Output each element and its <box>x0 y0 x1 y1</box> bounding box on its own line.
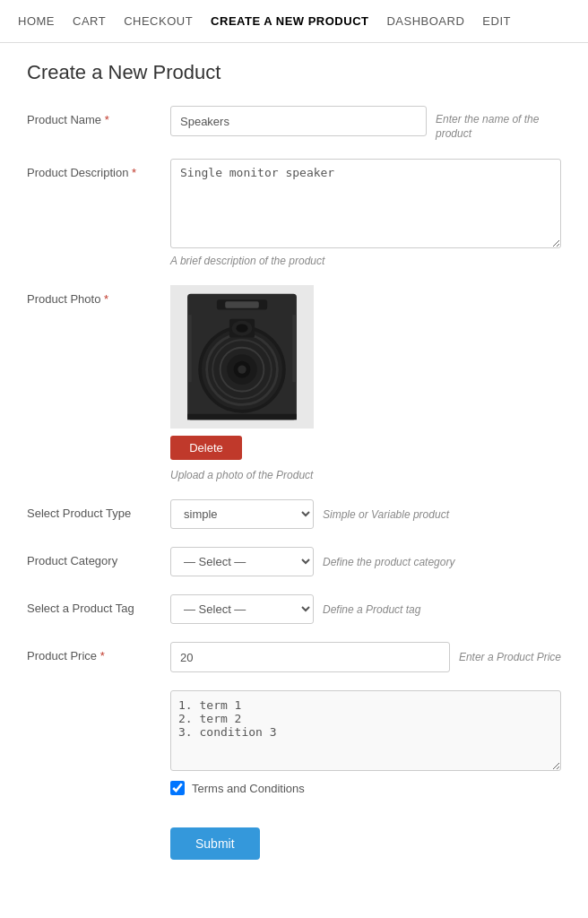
product-tag-select[interactable]: — Select — <box>170 594 314 624</box>
product-tag-field: — Select — Define a Product tag <box>170 594 561 624</box>
product-description-label: Product Description * <box>27 159 170 179</box>
nav-checkout[interactable]: CHECKOUT <box>124 2 193 40</box>
product-name-field: Enter the name of the product <box>170 106 561 141</box>
product-photo-hint: Upload a photo of the Product <box>170 469 561 481</box>
svg-rect-15 <box>187 315 192 382</box>
required-star-price: * <box>100 649 105 663</box>
product-name-label: Product Name * <box>27 106 170 126</box>
page-title: Create a New Product <box>27 61 561 84</box>
product-category-select[interactable]: — Select — <box>170 547 314 576</box>
product-price-field: Enter a Product Price <box>170 642 561 672</box>
svg-point-13 <box>236 325 247 333</box>
product-photo-label: Product Photo * <box>27 285 170 306</box>
terms-row: 1. term 1 2. term 2 3. condition 3 Terms… <box>27 690 561 795</box>
terms-check-row: Terms and Conditions <box>170 781 561 795</box>
product-category-label: Product Category <box>27 547 170 567</box>
product-description-input[interactable]: Single monitor speaker <box>170 159 561 248</box>
terms-checkbox-label[interactable]: Terms and Conditions <box>192 782 305 795</box>
product-price-row: Product Price * Enter a Product Price <box>27 642 561 672</box>
nav-dashboard[interactable]: DASHBOARD <box>386 2 464 40</box>
product-name-row: Product Name * Enter the name of the pro… <box>27 106 561 141</box>
product-photo-field: Delete Upload a photo of the Product <box>170 285 561 481</box>
product-price-hint: Enter a Product Price <box>459 651 561 663</box>
product-category-field: — Select — Define the product category <box>170 547 561 576</box>
product-tag-hint: Define a Product tag <box>323 603 420 616</box>
nav-create-product[interactable]: CREATE A NEW PRODUCT <box>211 2 368 40</box>
svg-rect-2 <box>225 301 259 308</box>
product-name-input[interactable] <box>170 106 427 136</box>
svg-point-10 <box>238 366 246 374</box>
terms-spacer <box>27 690 170 697</box>
product-price-label: Product Price * <box>27 642 170 663</box>
product-type-select[interactable]: simple variable <box>170 499 314 529</box>
product-tag-row: Select a Product Tag — Select — Define a… <box>27 594 561 624</box>
product-type-row: Select Product Type simple variable Simp… <box>27 499 561 529</box>
submit-field: Submit <box>170 813 561 860</box>
product-type-hint: Simple or Variable product <box>323 508 449 521</box>
product-price-input[interactable] <box>170 642 450 672</box>
submit-row: Submit <box>27 813 561 860</box>
photo-container: Delete Upload a photo of the Product <box>170 285 561 481</box>
product-description-hint: A brief description of the product <box>170 255 561 267</box>
product-type-label: Select Product Type <box>27 499 170 520</box>
product-category-row: Product Category — Select — Define the p… <box>27 547 561 576</box>
product-description-field: Single monitor speaker A brief descripti… <box>170 159 561 267</box>
page-content: Create a New Product Product Name * Ente… <box>0 43 588 914</box>
speaker-svg <box>179 290 305 424</box>
product-description-row: Product Description * Single monitor spe… <box>27 159 561 267</box>
required-star: * <box>105 113 109 126</box>
submit-spacer <box>27 813 170 820</box>
required-star-desc: * <box>132 166 136 179</box>
product-image <box>170 285 314 429</box>
nav-home[interactable]: HOME <box>18 2 55 40</box>
product-photo-row: Product Photo * <box>27 285 561 481</box>
svg-rect-14 <box>187 414 297 420</box>
submit-button[interactable]: Submit <box>170 827 260 860</box>
product-type-field: simple variable Simple or Variable produ… <box>170 499 561 529</box>
main-nav: HOME CART CHECKOUT CREATE A NEW PRODUCT … <box>0 0 588 43</box>
required-star-photo: * <box>104 292 108 306</box>
product-tag-label: Select a Product Tag <box>27 594 170 615</box>
delete-photo-button[interactable]: Delete <box>170 436 242 460</box>
nav-cart[interactable]: CART <box>73 2 106 40</box>
product-category-hint: Define the product category <box>323 556 454 568</box>
terms-checkbox[interactable] <box>170 781 185 795</box>
svg-rect-16 <box>292 315 297 382</box>
nav-edit[interactable]: EDIT <box>482 2 511 40</box>
terms-textarea[interactable]: 1. term 1 2. term 2 3. condition 3 <box>170 690 561 771</box>
product-name-hint: Enter the name of the product <box>436 106 561 141</box>
terms-field: 1. term 1 2. term 2 3. condition 3 Terms… <box>170 690 561 795</box>
